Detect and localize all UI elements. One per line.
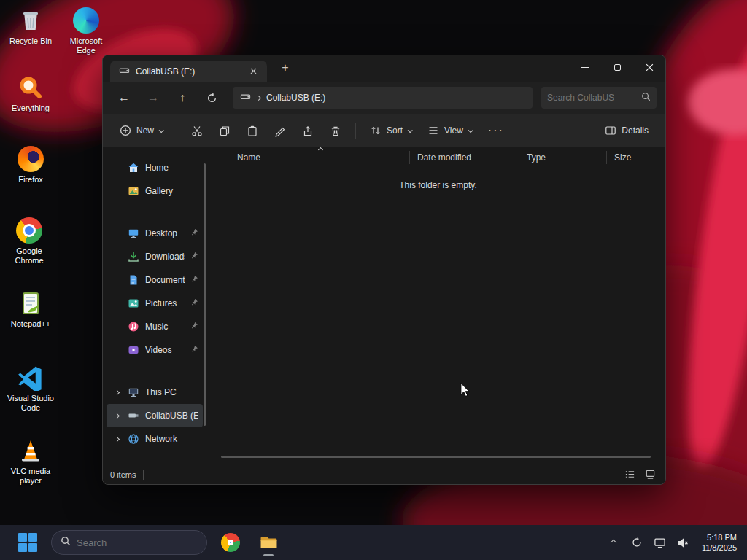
search-box[interactable] [541, 87, 657, 109]
gallery-icon [127, 185, 139, 197]
column-header-date-modified[interactable]: Date modified [409, 151, 519, 164]
maximize-button[interactable] [601, 55, 633, 79]
divider [177, 122, 177, 139]
sidebar-item-desktop[interactable]: Desktop [107, 222, 203, 245]
item-count: 0 items [110, 470, 136, 479]
taskbar-chrome-button[interactable] [216, 528, 245, 557]
view-icon [427, 125, 439, 136]
new-tab-button[interactable]: + [277, 60, 293, 76]
view-toggles [622, 467, 658, 482]
sidebar-item-pictures[interactable]: Pictures [107, 292, 203, 315]
vscode-icon [18, 365, 44, 391]
trash-icon [330, 125, 341, 137]
desktop: Recycle Bin Microsoft Edge Everything Fi… [0, 0, 747, 560]
paste-icon [247, 125, 258, 137]
chevron-right-icon[interactable] [112, 414, 121, 418]
chrome-icon [16, 217, 42, 244]
up-button[interactable]: ↑ [170, 87, 195, 109]
sidebar-item-label: Home [145, 163, 198, 173]
sync-icon[interactable] [629, 534, 645, 551]
view-button[interactable]: View [421, 119, 479, 142]
paste-button[interactable] [240, 119, 265, 142]
network-icon [127, 433, 139, 445]
chevron-down-icon [408, 128, 413, 133]
notepadpp-icon [18, 290, 44, 316]
sidebar-item-label: Desktop [145, 228, 185, 238]
everything-search-icon [18, 74, 44, 101]
desktop-icon-firefox[interactable]: Firefox [4, 146, 57, 184]
details-button[interactable]: Details [598, 119, 655, 142]
display-cast-icon[interactable] [652, 534, 668, 551]
details-view-button[interactable] [622, 467, 638, 482]
chevron-right-icon[interactable] [112, 438, 121, 441]
horizontal-scrollbar[interactable] [221, 456, 651, 458]
sidebar-item-documents[interactable]: Documents [107, 268, 203, 292]
desktop-icon-recycle-bin[interactable]: Recycle Bin [4, 7, 57, 46]
tab-close-icon[interactable] [245, 63, 261, 79]
clock-date: 11/8/2025 [702, 542, 737, 553]
cut-button[interactable] [185, 119, 209, 142]
new-button[interactable]: New [113, 119, 169, 142]
sidebar-item-videos[interactable]: Videos [107, 338, 203, 362]
column-header-name[interactable]: Name [211, 151, 409, 164]
sidebar-item-network[interactable]: Network [107, 427, 203, 451]
minimize-button[interactable] [569, 55, 601, 79]
videos-icon [127, 344, 139, 356]
tab-collabusb[interactable]: CollabUSB (E:) [110, 61, 267, 82]
sidebar-item-downloads[interactable]: Downloads [107, 245, 203, 268]
volume-icon[interactable] [676, 534, 692, 551]
see-more-button[interactable]: ··· [481, 119, 511, 142]
taskbar-clock[interactable]: 5:18 PM 11/8/2025 [702, 532, 737, 553]
chevron-right-icon[interactable] [112, 391, 121, 394]
sidebar-item-gallery[interactable]: Gallery [107, 179, 203, 203]
command-bar: New Sort [103, 114, 665, 147]
taskbar-search-input[interactable] [77, 537, 198, 548]
status-bar: 0 items [103, 464, 665, 484]
back-button[interactable]: ← [112, 87, 136, 109]
search-icon [641, 92, 651, 104]
breadcrumb-chevron-icon [256, 95, 261, 100]
hidden-icons-chevron[interactable] [605, 534, 622, 551]
explorer-search-input[interactable] [547, 93, 641, 103]
pin-icon [190, 298, 198, 308]
system-tray: 5:18 PM 11/8/2025 [605, 532, 740, 553]
desktop-icon-vscode[interactable]: Visual Studio Code [4, 365, 57, 413]
desktop-icon-label: VLC media player [4, 467, 57, 486]
copy-button[interactable] [212, 119, 237, 142]
sidebar-item-this-pc[interactable]: This PC [107, 381, 203, 404]
sidebar-scrollbar[interactable] [204, 163, 206, 426]
refresh-button[interactable] [199, 87, 224, 109]
close-button[interactable] [633, 55, 665, 79]
column-header-size[interactable]: Size [606, 151, 659, 164]
taskbar-search[interactable] [51, 530, 207, 555]
sort-button[interactable]: Sort [363, 119, 418, 142]
sort-button-label: Sort [387, 125, 403, 136]
home-icon [127, 162, 139, 174]
desktop-icon-everything[interactable]: Everything [4, 74, 57, 113]
forward-button[interactable]: → [141, 87, 166, 109]
details-button-label: Details [622, 125, 649, 136]
column-header-type[interactable]: Type [519, 151, 606, 164]
sidebar-item-label: Videos [145, 345, 185, 355]
start-button[interactable] [13, 528, 42, 557]
sidebar-item-home[interactable]: Home [107, 156, 203, 179]
usb-drive-icon [127, 410, 139, 421]
rename-button[interactable] [268, 119, 293, 142]
share-button[interactable] [295, 119, 320, 142]
desktop-icon-microsoft-edge[interactable]: Microsoft Edge [60, 7, 112, 55]
sidebar-item-collabusb[interactable]: CollabUSB (E:) [107, 404, 203, 427]
breadcrumb[interactable]: CollabUSB (E:) [266, 93, 325, 103]
firefox-icon [18, 146, 44, 172]
sidebar-item-music[interactable]: Music [107, 315, 203, 338]
address-bar[interactable]: CollabUSB (E:) [233, 87, 533, 109]
desktop-icon-notepadpp[interactable]: Notepad++ [4, 290, 57, 329]
copy-icon [219, 125, 231, 137]
taskbar-explorer-button[interactable] [254, 528, 283, 557]
new-button-label: New [136, 125, 154, 136]
delete-button[interactable] [323, 119, 348, 142]
desktop-icon-google-chrome[interactable]: Google Chrome [3, 217, 55, 265]
large-icons-view-button[interactable] [642, 467, 658, 482]
search-icon [61, 536, 71, 549]
desktop-icon-vlc[interactable]: VLC media player [4, 438, 57, 486]
plus-circle-icon [120, 125, 131, 136]
